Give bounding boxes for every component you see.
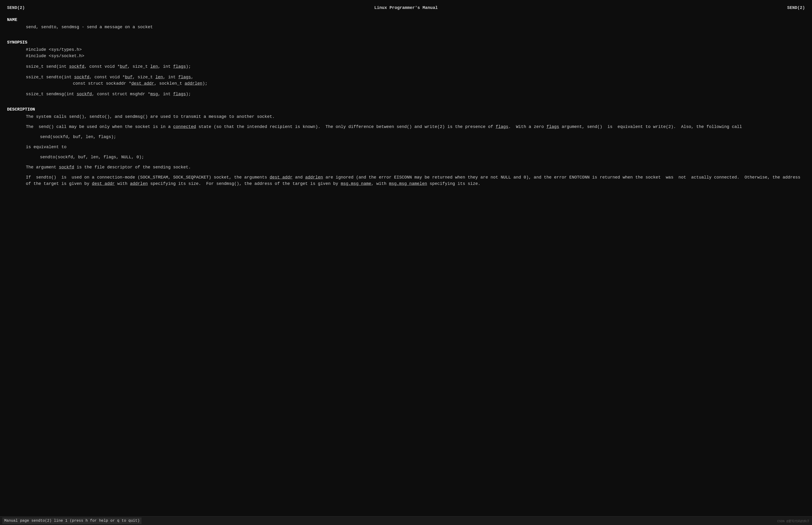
proto-sendto-line2: const struct sockaddr *dest_addr, sockle… xyxy=(26,80,805,87)
section-name-content: send, sendto, sendmsg - send a message o… xyxy=(7,24,805,30)
section-synopsis: SYNOPSIS #include <sys/types.h> #include… xyxy=(7,39,805,97)
section-synopsis-label: SYNOPSIS xyxy=(7,39,805,46)
watermark: CSDN @爱写代码的狗子 xyxy=(777,519,810,524)
header-center: Linux Programmer's Manual xyxy=(374,5,438,11)
desc-para-sendto: If sendto() is used on a connection-mode… xyxy=(7,174,805,187)
proto-send: ssize_t send(int sockfd, const void *buf… xyxy=(26,63,805,70)
section-name-label: NAME xyxy=(7,17,805,23)
proto-sendmsg: ssize_t sendmsg(int sockfd, const struct… xyxy=(26,91,805,97)
section-description-label: DESCRIPTION xyxy=(7,106,805,112)
man-page: SEND(2) Linux Programmer's Manual SEND(2… xyxy=(7,5,805,187)
desc-para-1: The system calls send(), sendto(), and s… xyxy=(7,114,805,120)
synopsis-proto-1: ssize_t send(int sockfd, const void *buf… xyxy=(7,63,805,70)
desc-equiv: is equivalent to xyxy=(7,144,805,150)
header-right: SEND(2) xyxy=(787,5,805,11)
man-header: SEND(2) Linux Programmer's Manual SEND(2… xyxy=(7,5,805,11)
header-left: SEND(2) xyxy=(7,5,25,11)
synopsis-proto-2: ssize_t sendto(int sockfd, const void *b… xyxy=(7,74,805,87)
code-example-1: send(sockfd, buf, len, flags); xyxy=(7,134,805,140)
desc-para-2: The send() call may be used only when th… xyxy=(7,124,805,130)
proto-sendto-line1: ssize_t sendto(int sockfd, const void *b… xyxy=(26,74,805,80)
code-example-2: sendto(sockfd, buf, len, flags, NULL, 0)… xyxy=(7,154,805,161)
status-bar: Manual page sendto(2) line 1 (press h fo… xyxy=(0,516,812,525)
desc-para-sockfd: The argument sockfd is the file descript… xyxy=(7,164,805,170)
status-bar-text: Manual page sendto(2) line 1 (press h fo… xyxy=(2,518,141,524)
synopsis-include-1: #include <sys/types.h> #include <sys/soc… xyxy=(7,47,805,59)
section-name: NAME send, sendto, sendmsg - send a mess… xyxy=(7,17,805,30)
section-description: DESCRIPTION The system calls send(), sen… xyxy=(7,106,805,187)
synopsis-proto-3: ssize_t sendmsg(int sockfd, const struct… xyxy=(7,91,805,97)
